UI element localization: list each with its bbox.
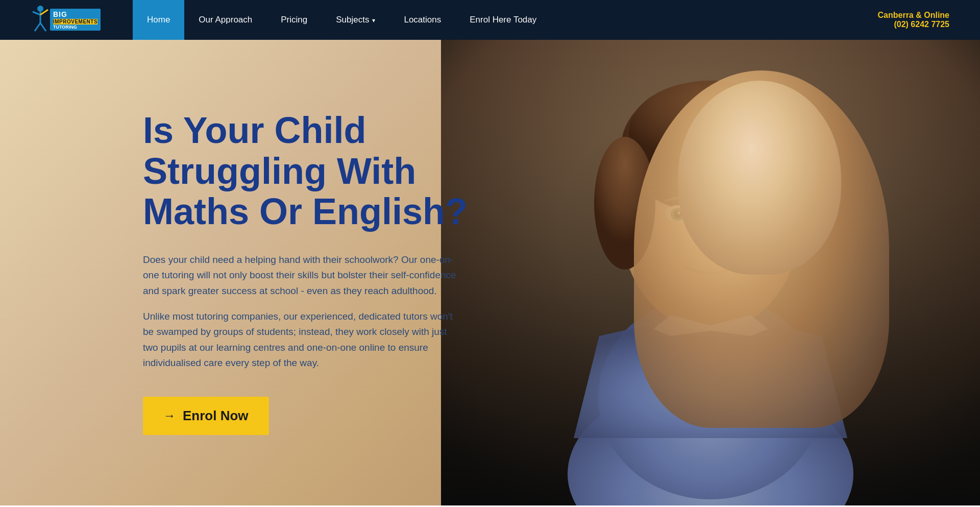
nav-item-home[interactable]: Home [133,0,184,40]
svg-point-21 [739,210,747,219]
svg-point-0 [37,6,43,12]
logo-big: BIG [53,10,67,18]
svg-line-4 [35,23,40,31]
svg-point-20 [674,210,682,219]
hero-content: Is Your Child Struggling With Maths Or E… [0,40,529,505]
enrol-now-label: Enrol Now [183,408,249,424]
arrow-right-icon: → [163,408,176,423]
svg-point-16 [666,205,690,222]
nav-item-enrol-here-today[interactable]: Enrol Here Today [455,0,551,40]
logo-improvements: IMPROVEMENTS [53,19,97,25]
svg-point-18 [671,208,685,221]
site-header: BIG IMPROVEMENTS TUTORING Home Our Appro… [0,0,980,40]
logo[interactable]: BIG IMPROVEMENTS TUTORING [31,5,92,35]
hero-heading: Is Your Child Struggling With Maths Or E… [143,110,488,232]
svg-line-2 [33,12,40,15]
svg-point-14 [594,137,655,270]
nav-item-pricing[interactable]: Pricing [266,0,322,40]
svg-rect-10 [685,270,736,331]
svg-point-15 [768,137,819,249]
hero-body-1: Does your child need a helping hand with… [143,252,459,299]
header-contact: Canberra & Online (02) 6242 7725 [878,11,949,29]
logo-text: BIG IMPROVEMENTS TUTORING [50,9,101,31]
contact-phone[interactable]: (02) 6242 7725 [878,20,949,29]
chevron-down-icon: ▾ [372,17,375,24]
nav-item-locations[interactable]: Locations [389,0,455,40]
contact-location: Canberra & Online [878,11,949,20]
svg-point-19 [736,208,750,221]
logo-tutoring: TUTORING [53,25,97,30]
svg-point-22 [677,211,680,214]
logo-figure-icon [31,5,51,35]
subjects-label: Subjects [336,15,369,25]
hero-section: Is Your Child Struggling With Maths Or E… [0,40,980,505]
svg-point-17 [731,205,755,222]
enrol-now-button[interactable]: → Enrol Now [143,397,269,435]
svg-point-13 [629,81,792,183]
nav-item-subjects[interactable]: Subjects ▾ [322,0,389,40]
hero-body-2: Unlike most tutoring companies, our expe… [143,309,459,371]
nav-item-our-approach[interactable]: Our Approach [184,0,266,40]
main-nav: Home Our Approach Pricing Subjects ▾ Loc… [133,0,878,40]
svg-line-5 [40,23,46,31]
svg-point-23 [743,211,746,214]
